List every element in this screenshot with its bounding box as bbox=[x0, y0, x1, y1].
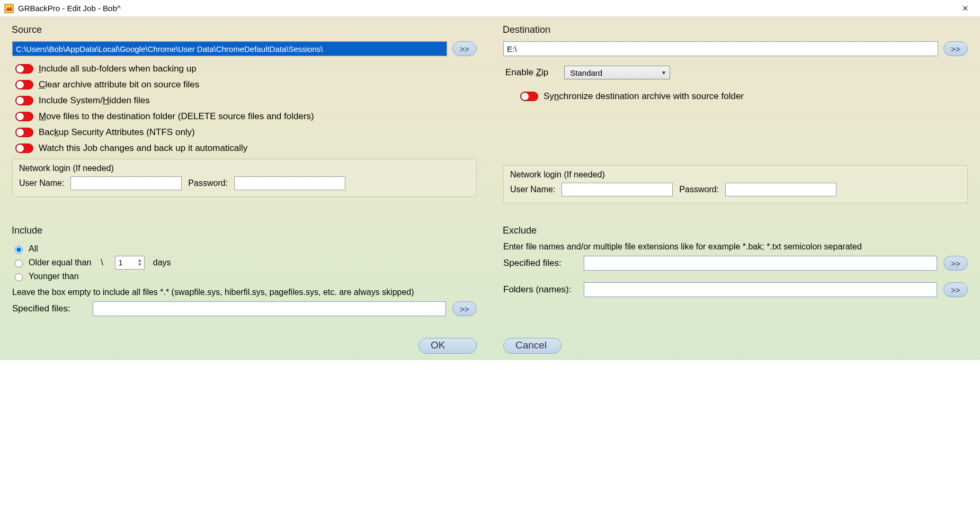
source-path-input[interactable] bbox=[12, 41, 447, 56]
sync-toggle[interactable] bbox=[520, 92, 538, 101]
exclude-panel: Exclude Enter file names and/or multiple… bbox=[501, 225, 970, 324]
include-older-radio[interactable] bbox=[15, 260, 23, 267]
destination-pass-input[interactable] bbox=[725, 183, 836, 196]
backup-security-toggle[interactable] bbox=[15, 128, 33, 137]
destination-netlogin-title: Network login (If needed) bbox=[510, 170, 961, 180]
destination-browse-button[interactable]: >> bbox=[943, 41, 968, 56]
enable-zip-combo[interactable]: Standard ▾ bbox=[564, 66, 670, 79]
window-close-button[interactable]: ✕ bbox=[955, 4, 976, 13]
include-younger-radio[interactable] bbox=[15, 273, 23, 281]
destination-path-input[interactable] bbox=[503, 41, 938, 56]
source-netlogin-group: Network login (If needed) User Name: Pas… bbox=[12, 159, 477, 197]
include-all-label: All bbox=[29, 244, 38, 254]
source-panel: Source >> Include all sub-folders when b… bbox=[10, 24, 479, 210]
include-hidden-toggle[interactable] bbox=[15, 96, 33, 105]
source-toggle-row: Backup Security Attributes (NTFS only) bbox=[15, 127, 477, 138]
titlebar: GRBackPro - Edit Job - Bob^ ✕ bbox=[0, 0, 980, 17]
exclude-specified-label: Specified files: bbox=[503, 258, 577, 269]
source-toggle-row: Watch this Job changes and back up it au… bbox=[15, 143, 477, 154]
include-specified-browse-button[interactable]: >> bbox=[452, 301, 477, 316]
clear-archive-bit-toggle[interactable] bbox=[15, 80, 33, 90]
exclude-title: Exclude bbox=[503, 225, 970, 236]
exclude-specified-input[interactable] bbox=[584, 256, 937, 271]
app-icon bbox=[4, 4, 14, 13]
exclude-specified-browse-button[interactable]: >> bbox=[943, 256, 968, 271]
source-toggle-row: Include System/Hidden files bbox=[15, 95, 477, 106]
source-pass-input[interactable] bbox=[234, 176, 345, 190]
ok-button[interactable]: OK bbox=[418, 338, 477, 354]
include-days-value: 1 bbox=[119, 258, 138, 267]
include-slash: \ bbox=[101, 258, 103, 267]
dialog-footer: OK Cancel bbox=[10, 338, 970, 354]
include-days-stepper[interactable]: 1 ▲▼ bbox=[115, 256, 145, 270]
chevron-down-icon: ▾ bbox=[662, 69, 665, 76]
destination-pass-label: Password: bbox=[679, 185, 719, 194]
exclude-folders-input[interactable] bbox=[584, 282, 937, 297]
include-subfolders-toggle[interactable] bbox=[15, 64, 33, 74]
include-days-label: days bbox=[153, 258, 171, 267]
source-user-label: User Name: bbox=[19, 178, 64, 188]
source-toggle-row: Clear archive attribute bit on source fi… bbox=[15, 79, 477, 90]
include-hidden-label: Include System/Hidden files bbox=[39, 95, 150, 106]
include-subfolders-label: Include all sub-folders when backing up bbox=[39, 64, 197, 74]
enable-zip-value: Standard bbox=[570, 68, 602, 77]
include-specified-label: Specified files: bbox=[12, 303, 86, 314]
include-title: Include bbox=[12, 225, 479, 236]
include-specified-input[interactable] bbox=[93, 301, 446, 316]
destination-panel: Destination >> Enable Zip Standard ▾ Syn… bbox=[501, 24, 970, 210]
include-panel: Include All Older equal than \ 1 ▲▼ days bbox=[10, 225, 479, 324]
destination-user-label: User Name: bbox=[510, 185, 555, 194]
destination-title: Destination bbox=[503, 24, 970, 35]
stepper-arrows-icon: ▲▼ bbox=[138, 258, 142, 267]
clear-archive-bit-label: Clear archive attribute bit on source fi… bbox=[39, 79, 199, 90]
source-pass-label: Password: bbox=[188, 178, 228, 188]
window-title: GRBackPro - Edit Job - Bob^ bbox=[18, 4, 955, 13]
exclude-folders-label: Folders (names): bbox=[503, 284, 577, 295]
source-user-input[interactable] bbox=[70, 176, 182, 190]
include-older-label: Older equal than bbox=[29, 258, 91, 267]
destination-netlogin-group: Network login (If needed) User Name: Pas… bbox=[503, 165, 968, 203]
cancel-button[interactable]: Cancel bbox=[503, 338, 562, 354]
enable-zip-label: Enable Zip bbox=[505, 67, 548, 78]
exclude-folders-browse-button[interactable]: >> bbox=[943, 282, 968, 297]
source-toggle-row: Move files to the destination folder (DE… bbox=[15, 111, 477, 122]
include-all-radio[interactable] bbox=[15, 246, 23, 254]
sync-label: Synchronize destination archive with sou… bbox=[544, 91, 744, 102]
source-title: Source bbox=[12, 24, 479, 35]
watch-job-toggle[interactable] bbox=[15, 144, 33, 153]
watch-job-label: Watch this Job changes and back up it au… bbox=[39, 143, 247, 154]
source-browse-button[interactable]: >> bbox=[452, 41, 477, 56]
move-files-label: Move files to the destination folder (DE… bbox=[39, 111, 314, 122]
source-netlogin-title: Network login (If needed) bbox=[19, 164, 470, 173]
backup-security-label: Backup Security Attributes (NTFS only) bbox=[39, 127, 195, 138]
source-toggle-row: Include all sub-folders when backing up bbox=[15, 64, 477, 74]
include-hint: Leave the box empty to include all files… bbox=[12, 288, 440, 297]
dialog-body: Source >> Include all sub-folders when b… bbox=[0, 17, 980, 360]
destination-user-input[interactable] bbox=[562, 183, 673, 196]
include-younger-label: Younger than bbox=[29, 272, 79, 281]
move-files-toggle[interactable] bbox=[15, 112, 33, 121]
exclude-hint: Enter file names and/or multiple file ex… bbox=[503, 242, 931, 252]
